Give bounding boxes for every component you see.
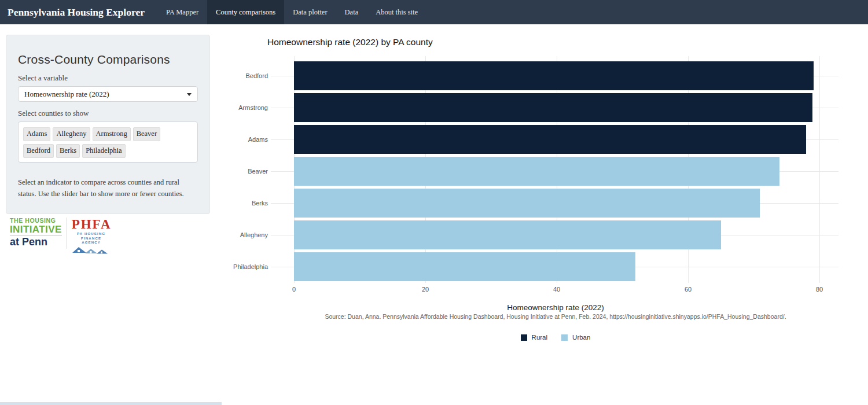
bar-philadelphia[interactable] xyxy=(294,252,635,281)
county-token[interactable]: Allegheny xyxy=(53,127,90,141)
legend-label: Urban xyxy=(572,334,590,341)
nav-tabs: PA Mapper County comparisons Data plotte… xyxy=(157,0,426,24)
footer-logos: THE HOUSING INITIATIVE at Penn PHFA PA H… xyxy=(10,218,111,256)
phfa-logo-subtext: PA HOUSING FINANCE AGENCY xyxy=(72,232,111,245)
county-token-list[interactable]: AdamsAlleghenyArmstrongBeaverBedfordBerk… xyxy=(18,122,198,163)
phfa-rooftops-icon xyxy=(72,245,111,254)
bar-row: Berks xyxy=(294,187,838,219)
legend-item-urban[interactable]: Urban xyxy=(561,334,590,341)
tab-data[interactable]: Data xyxy=(336,0,367,24)
bar-rows: BedfordArmstrongAdamsBeaverBerksAlleghen… xyxy=(294,60,838,283)
bar-row: Allegheny xyxy=(294,219,838,251)
app-title: Pennsylvania Housing Explorer xyxy=(0,0,157,24)
county-token[interactable]: Adams xyxy=(23,127,50,141)
top-navbar: Pennsylvania Housing Explorer PA Mapper … xyxy=(0,0,868,24)
y-tick-label: Adams xyxy=(248,136,268,143)
variable-select-value: Homeownership rate (2022) xyxy=(24,90,109,98)
bar-row: Bedford xyxy=(294,60,838,91)
panel-title: Cross-County Comparisons xyxy=(18,53,198,67)
bar-adams[interactable] xyxy=(294,125,806,154)
phfa-logo: PHFA PA HOUSING FINANCE AGENCY xyxy=(72,218,111,256)
x-axis-ticks: 020406080 xyxy=(294,286,838,294)
tab-county-comparisons[interactable]: County comparisons xyxy=(207,0,284,24)
county-token[interactable]: Beaver xyxy=(133,127,160,141)
bar-row: Beaver xyxy=(294,155,838,187)
y-tick-label: Philadelphia xyxy=(233,263,268,270)
legend-swatch-icon xyxy=(561,334,568,341)
hip-logo-line2: INITIATIVE xyxy=(10,224,62,237)
source-note: Source: Duan, Anna. Pennsylvania Afforda… xyxy=(243,313,868,320)
y-tick-label: Berks xyxy=(252,200,268,207)
panel-help-text: Select an indicator to compare across co… xyxy=(18,176,198,200)
legend-swatch-icon xyxy=(521,334,527,341)
bar-beaver[interactable] xyxy=(294,157,779,186)
y-tick-label: Bedford xyxy=(245,72,268,79)
bar-berks[interactable] xyxy=(294,189,760,218)
variable-select[interactable]: Homeownership rate (2022) xyxy=(18,86,198,102)
bar-row: Armstrong xyxy=(294,91,838,123)
chevron-down-icon xyxy=(187,93,192,96)
x-tick-label: 20 xyxy=(422,286,429,293)
x-tick-label: 60 xyxy=(685,286,692,293)
phfa-logo-acronym: PHFA xyxy=(72,218,111,231)
housing-initiative-logo: THE HOUSING INITIATIVE at Penn xyxy=(10,218,67,249)
county-token[interactable]: Armstrong xyxy=(93,127,131,141)
x-tick-label: 80 xyxy=(816,286,823,293)
bar-row: Adams xyxy=(294,123,838,155)
bar-bedford[interactable] xyxy=(294,61,814,90)
hip-logo-line1: THE HOUSING xyxy=(10,218,62,224)
tab-pa-mapper[interactable]: PA Mapper xyxy=(157,0,207,24)
chart-legend: RuralUrban xyxy=(243,334,868,341)
legend-label: Rural xyxy=(532,334,547,341)
sidebar-panel: Cross-County Comparisons Select a variab… xyxy=(6,35,210,214)
tab-about-this-site[interactable]: About this site xyxy=(367,0,426,24)
x-tick-label: 0 xyxy=(292,286,296,293)
counties-select-label: Select counties to show xyxy=(18,109,198,118)
bar-allegheny[interactable] xyxy=(294,220,721,249)
x-axis-label: Homeownership rate (2022) xyxy=(243,303,868,312)
y-tick-label: Beaver xyxy=(248,168,268,175)
bar-armstrong[interactable] xyxy=(294,93,812,122)
y-tick-label: Armstrong xyxy=(238,104,268,111)
legend-item-rural[interactable]: Rural xyxy=(521,334,547,341)
y-tick-label: Allegheny xyxy=(240,231,268,238)
variable-select-label: Select a variable xyxy=(18,73,198,83)
county-token[interactable]: Bedford xyxy=(23,144,54,158)
tab-data-plotter[interactable]: Data plotter xyxy=(284,0,336,24)
county-token[interactable]: Philadelphia xyxy=(82,144,126,158)
x-tick-label: 40 xyxy=(553,286,560,293)
hip-logo-line3: at Penn xyxy=(10,236,62,249)
bar-row: Philadelphia xyxy=(294,251,838,283)
next-panel-edge xyxy=(0,402,222,405)
county-token[interactable]: Berks xyxy=(56,144,80,158)
plot-area: BedfordArmstrongAdamsBeaverBerksAlleghen… xyxy=(294,56,838,283)
chart-title: Homeownership rate (2022) by PA county xyxy=(267,37,433,47)
page: Pennsylvania Housing Explorer PA Mapper … xyxy=(0,0,868,405)
